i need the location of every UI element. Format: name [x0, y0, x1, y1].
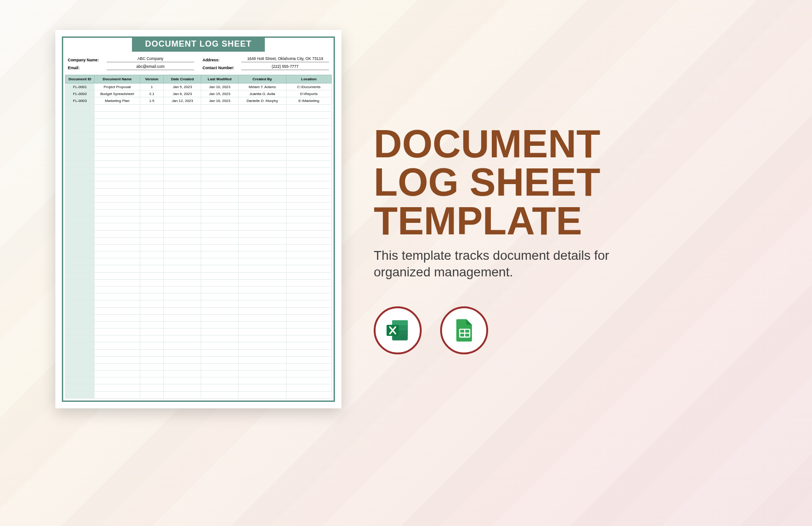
table-cell-empty — [164, 335, 201, 342]
value-contact: (222) 555-7777 — [241, 64, 329, 70]
table-cell-empty — [140, 258, 164, 265]
table-cell-empty — [66, 286, 95, 293]
table-cell-empty — [201, 251, 239, 258]
table-cell-empty — [66, 195, 95, 202]
table-cell-empty — [164, 209, 201, 216]
table-cell-empty — [286, 139, 331, 146]
table-row-empty — [66, 258, 332, 265]
table-cell-empty — [140, 118, 164, 125]
table-cell-empty — [140, 321, 164, 328]
table-row-empty — [66, 300, 332, 307]
table-row-empty — [66, 314, 332, 321]
table-cell-empty — [66, 342, 95, 349]
table-cell-empty — [95, 286, 140, 293]
table-cell-empty — [66, 314, 95, 321]
table-cell: D:\Reports — [286, 90, 331, 97]
table-row-empty — [66, 111, 332, 118]
table-cell-empty — [140, 195, 164, 202]
table-cell-empty — [66, 153, 95, 160]
table-cell-empty — [140, 216, 164, 223]
excel-icon[interactable] — [374, 306, 422, 354]
table-cell-empty — [95, 329, 140, 335]
table-cell-empty — [201, 286, 239, 293]
table-cell-empty — [286, 363, 331, 370]
table-cell: Jan 15, 2023 — [201, 90, 239, 97]
table-cell-empty — [66, 139, 95, 146]
table-cell-empty — [286, 126, 331, 132]
table-cell-empty — [95, 104, 140, 111]
table-cell-empty — [66, 244, 95, 251]
table-row-empty — [66, 126, 332, 132]
table-cell-empty — [140, 265, 164, 272]
table-cell-empty — [239, 265, 287, 272]
table-cell-empty — [95, 174, 140, 181]
field-address: Address: 1649 Hott Street, Oklahoma City… — [203, 56, 329, 62]
table-cell-empty — [239, 146, 287, 153]
table-row-empty — [66, 391, 332, 398]
table-cell-empty — [201, 272, 239, 279]
table-cell-empty — [201, 202, 239, 209]
table-cell-empty — [239, 391, 287, 398]
table-cell: FL-0003 — [66, 97, 95, 104]
table-cell-empty — [201, 188, 239, 195]
table-cell-empty — [66, 188, 95, 195]
table-row-empty — [66, 342, 332, 349]
table-cell-empty — [164, 126, 201, 132]
table-cell-empty — [239, 153, 287, 160]
table-cell: Marketing Plan — [95, 97, 140, 104]
table-cell-empty — [286, 384, 331, 391]
table-cell-empty — [164, 167, 201, 174]
table-row: FL-0003Marketing Plan1.5Jan 12, 2023Jan … — [66, 97, 332, 104]
col-header: Location — [286, 75, 331, 84]
table-cell-empty — [66, 181, 95, 188]
table-cell-empty — [95, 146, 140, 153]
table-cell-empty — [95, 384, 140, 391]
table-cell-empty — [95, 314, 140, 321]
table-cell: 1 — [140, 84, 164, 90]
field-email: Email: abc@email.com — [68, 64, 194, 70]
table-cell-empty — [140, 356, 164, 363]
table-cell-empty — [201, 244, 239, 251]
table-cell-empty — [140, 335, 164, 342]
table-row-empty — [66, 265, 332, 272]
table-cell-empty — [66, 230, 95, 237]
table-cell-empty — [239, 104, 287, 111]
table-row-empty — [66, 356, 332, 363]
table-cell-empty — [286, 181, 331, 188]
sheets-icon-svg — [451, 317, 478, 344]
table-row-empty — [66, 181, 332, 188]
format-icons — [374, 306, 734, 354]
table-cell-empty — [239, 384, 287, 391]
label-email: Email: — [68, 66, 104, 70]
table-cell-empty — [201, 126, 239, 132]
table-cell-empty — [164, 279, 201, 286]
table-row-empty — [66, 188, 332, 195]
table-cell-empty — [286, 202, 331, 209]
table-cell-empty — [95, 209, 140, 216]
table-cell: 2.1 — [140, 90, 164, 97]
table-cell-empty — [201, 329, 239, 335]
table-cell-empty — [239, 363, 287, 370]
table-cell-empty — [286, 174, 331, 181]
col-header: Created By — [239, 75, 287, 84]
table-cell-empty — [66, 160, 95, 167]
table-cell-empty — [201, 237, 239, 244]
table-cell-empty — [286, 265, 331, 272]
table-row-empty — [66, 160, 332, 167]
table-cell-empty — [201, 321, 239, 328]
google-sheets-icon[interactable] — [440, 306, 488, 354]
table-cell-empty — [140, 251, 164, 258]
table-cell-empty — [286, 132, 331, 139]
table-cell-empty — [201, 293, 239, 300]
table-cell-empty — [95, 230, 140, 237]
table-row-empty — [66, 363, 332, 370]
table-cell-empty — [164, 132, 201, 139]
table-cell-empty — [95, 167, 140, 174]
table-row-empty — [66, 251, 332, 258]
table-cell-empty — [239, 307, 287, 314]
table-cell-empty — [164, 251, 201, 258]
table-cell: C:\Documents — [286, 84, 331, 90]
table-cell-empty — [239, 167, 287, 174]
table-cell-empty — [286, 377, 331, 384]
table-row-empty — [66, 321, 332, 328]
